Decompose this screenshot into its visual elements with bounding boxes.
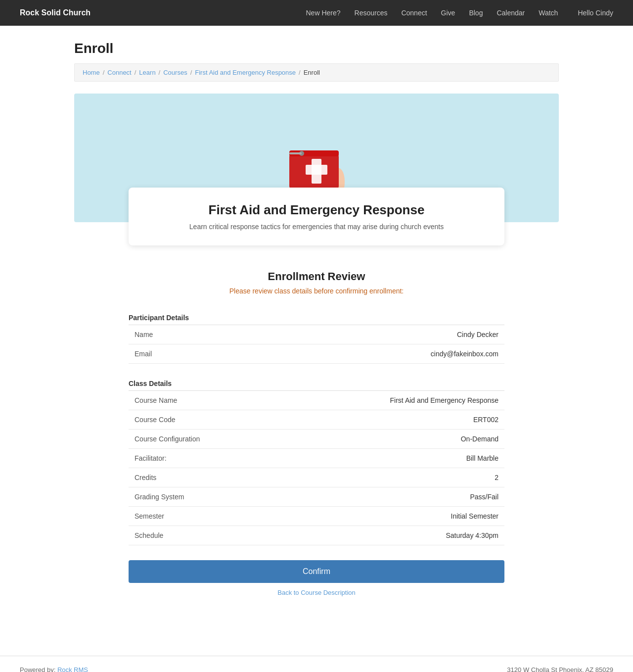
- breadcrumb: Home / Connect / Learn / Courses / First…: [74, 63, 559, 82]
- course-card-description: Learn critical response tactics for emer…: [148, 223, 485, 231]
- back-to-course-link[interactable]: Back to Course Description: [129, 589, 504, 596]
- table-row: Course CodeERT002: [129, 410, 504, 430]
- class-field-value: Bill Marble: [316, 449, 504, 468]
- course-card: First Aid and Emergency Response Learn c…: [129, 188, 504, 245]
- nav-connect[interactable]: Connect: [401, 9, 427, 17]
- nav-watch[interactable]: Watch: [539, 9, 558, 17]
- nav-links: New Here? Resources Connect Give Blog Ca…: [306, 9, 558, 17]
- class-section-title: Class Details: [129, 376, 504, 391]
- page-container: Enroll Home / Connect / Learn / Courses …: [54, 26, 579, 626]
- class-table: Course NameFirst Aid and Emergency Respo…: [129, 391, 504, 545]
- class-details-section: Class Details Course NameFirst Aid and E…: [129, 376, 504, 545]
- breadcrumb-home[interactable]: Home: [83, 69, 100, 76]
- participant-name-value: Cindy Decker: [316, 325, 504, 344]
- class-field-label: Course Configuration: [129, 430, 316, 449]
- breadcrumb-sep-1: /: [103, 69, 105, 76]
- class-field-value: ERT002: [316, 410, 504, 430]
- table-row: Email cindy@fakeinbox.com: [129, 344, 504, 364]
- class-field-value: First Aid and Emergency Response: [316, 391, 504, 410]
- class-field-label: Course Name: [129, 391, 316, 410]
- breadcrumb-sep-2: /: [135, 69, 136, 76]
- svg-rect-11: [289, 152, 302, 154]
- svg-rect-9: [306, 165, 327, 175]
- table-row: Course ConfigurationOn-Demand: [129, 430, 504, 449]
- table-row: Credits2: [129, 468, 504, 487]
- footer-powered: Powered by: Rock RMS: [20, 666, 88, 672]
- nav-new-here[interactable]: New Here?: [306, 9, 340, 17]
- table-row: Name Cindy Decker: [129, 325, 504, 344]
- participant-email-value: cindy@fakeinbox.com: [316, 344, 504, 364]
- enrollment-section: Enrollment Review Please review class de…: [129, 270, 504, 596]
- participant-section-title: Participant Details: [129, 310, 504, 325]
- table-row: ScheduleSaturday 4:30pm: [129, 526, 504, 545]
- breadcrumb-current: Enroll: [304, 69, 320, 76]
- participant-details-section: Participant Details Name Cindy Decker Em…: [129, 310, 504, 364]
- enrollment-subtitle: Please review class details before confi…: [129, 287, 504, 295]
- site-brand: Rock Solid Church: [20, 8, 90, 17]
- participant-name-label: Name: [129, 325, 316, 344]
- footer: Powered by: Rock RMS 3120 W Cholla St Ph…: [0, 656, 633, 672]
- class-field-label: Grading System: [129, 487, 316, 507]
- class-field-value: 2: [316, 468, 504, 487]
- table-row: Facilitator:Bill Marble: [129, 449, 504, 468]
- breadcrumb-courses[interactable]: Courses: [163, 69, 187, 76]
- participant-email-label: Email: [129, 344, 316, 364]
- class-field-label: Course Code: [129, 410, 316, 430]
- nav-user-greeting[interactable]: Hello Cindy: [578, 9, 613, 17]
- footer-address: 3120 W Cholla St Phoenix, AZ 85029: [507, 666, 613, 672]
- breadcrumb-learn[interactable]: Learn: [139, 69, 155, 76]
- breadcrumb-sep-3: /: [159, 69, 161, 76]
- navigation: Rock Solid Church New Here? Resources Co…: [0, 0, 633, 26]
- breadcrumb-connect[interactable]: Connect: [107, 69, 131, 76]
- powered-by-label: Powered by:: [20, 666, 55, 672]
- table-row: SemesterInitial Semester: [129, 507, 504, 526]
- breadcrumb-sep-5: /: [299, 69, 301, 76]
- class-field-label: Semester: [129, 507, 316, 526]
- confirm-button[interactable]: Confirm: [129, 560, 504, 583]
- class-field-label: Schedule: [129, 526, 316, 545]
- class-field-value: Saturday 4:30pm: [316, 526, 504, 545]
- table-row: Grading SystemPass/Fail: [129, 487, 504, 507]
- participant-table: Name Cindy Decker Email cindy@fakeinbox.…: [129, 325, 504, 364]
- class-field-label: Facilitator:: [129, 449, 316, 468]
- nav-resources[interactable]: Resources: [355, 9, 388, 17]
- course-card-title: First Aid and Emergency Response: [148, 202, 485, 218]
- enrollment-title: Enrollment Review: [129, 270, 504, 283]
- page-title: Enroll: [74, 41, 559, 56]
- class-field-label: Credits: [129, 468, 316, 487]
- class-field-value: On-Demand: [316, 430, 504, 449]
- nav-calendar[interactable]: Calendar: [497, 9, 525, 17]
- breadcrumb-sep-4: /: [190, 69, 192, 76]
- class-field-value: Pass/Fail: [316, 487, 504, 507]
- powered-by-link[interactable]: Rock RMS: [57, 666, 88, 672]
- table-row: Course NameFirst Aid and Emergency Respo…: [129, 391, 504, 410]
- nav-blog[interactable]: Blog: [469, 9, 483, 17]
- class-field-value: Initial Semester: [316, 507, 504, 526]
- nav-give[interactable]: Give: [441, 9, 455, 17]
- breadcrumb-course-name[interactable]: First Aid and Emergency Response: [195, 69, 296, 76]
